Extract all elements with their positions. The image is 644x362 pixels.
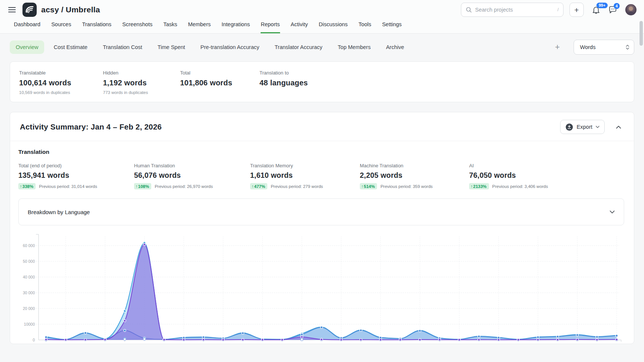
user-avatar[interactable] [625, 4, 637, 15]
tab-overview[interactable]: Overview [10, 40, 44, 54]
tab-translator-accuracy[interactable]: Translator Accuracy [269, 40, 329, 54]
data-point[interactable] [576, 338, 578, 341]
data-point[interactable] [321, 338, 323, 341]
stat-value: 1,192 words [103, 79, 180, 87]
data-point[interactable] [64, 338, 67, 341]
nav-item-tasks[interactable]: Tasks [163, 19, 177, 33]
y-axis-label: 20 000 [23, 306, 35, 311]
data-point[interactable] [360, 329, 362, 331]
activity-chart[interactable]: 01000020 00030 00040 00050 00060 0004 Ja… [10, 225, 634, 344]
nav-item-reports[interactable]: Reports [261, 19, 280, 33]
translation-metrics: Total (end of period)135,941 words↑338%P… [18, 163, 624, 189]
nav-item-sources[interactable]: Sources [51, 19, 72, 33]
data-point[interactable] [360, 338, 362, 341]
search-icon [466, 7, 472, 13]
data-point[interactable] [124, 338, 126, 340]
tab-cost-estimate[interactable]: Cost Estimate [48, 40, 93, 54]
data-point[interactable] [537, 338, 539, 341]
tab-archive[interactable]: Archive [380, 40, 410, 54]
nav-item-discussions[interactable]: Discussions [318, 19, 348, 33]
data-point[interactable] [84, 338, 86, 341]
activity-summary-title: Activity Summary: Jan 4 – Feb 2, 2026 [20, 122, 560, 131]
data-point[interactable] [616, 335, 618, 337]
unit-selector-value: Words [580, 44, 596, 50]
data-point[interactable] [576, 334, 578, 336]
data-point[interactable] [84, 332, 86, 334]
add-report-tab-button[interactable]: + [551, 43, 564, 51]
nav-item-members[interactable]: Members [188, 19, 211, 33]
data-point[interactable] [399, 338, 401, 341]
data-point[interactable] [478, 335, 480, 338]
data-point[interactable] [45, 336, 47, 338]
metric-meta: ↑108%Previous period: 26,970 words [134, 183, 250, 189]
y-axis-label: 0 [33, 338, 35, 342]
search-input[interactable] [475, 7, 554, 13]
data-point[interactable] [537, 336, 539, 338]
collapse-section-button[interactable] [616, 125, 621, 129]
previous-period-text: Previous period: 31,014 words [39, 184, 97, 189]
tab-top-members[interactable]: Top Members [332, 40, 377, 54]
data-point[interactable] [478, 338, 480, 341]
data-point[interactable] [498, 338, 500, 341]
data-point[interactable] [596, 338, 598, 341]
data-point[interactable] [379, 338, 382, 341]
data-point[interactable] [596, 336, 598, 338]
project-logo[interactable] [22, 3, 37, 17]
data-point[interactable] [183, 338, 185, 341]
data-point[interactable] [321, 326, 323, 328]
nav-item-integrations[interactable]: Integrations [221, 19, 250, 33]
vertical-scrollbar[interactable] [640, 21, 643, 46]
export-button[interactable]: Export [560, 120, 605, 134]
tab-translation-cost[interactable]: Translation Cost [97, 40, 148, 54]
data-point[interactable] [301, 336, 303, 338]
data-point[interactable] [301, 338, 303, 341]
data-point[interactable] [143, 243, 146, 246]
data-point[interactable] [45, 338, 47, 341]
data-point[interactable] [556, 338, 559, 341]
data-point[interactable] [163, 338, 165, 341]
previous-period-text: Previous period: 26,970 words [155, 184, 213, 189]
nav-item-tools[interactable]: Tools [358, 19, 372, 33]
notifications-button[interactable]: 99+ [592, 6, 600, 14]
data-point[interactable] [242, 332, 244, 334]
search-projects-box[interactable]: / [461, 3, 564, 17]
nav-item-screenshots[interactable]: Screenshots [122, 19, 153, 33]
data-point[interactable] [419, 330, 421, 332]
nav-item-settings[interactable]: Settings [382, 19, 402, 33]
messages-button[interactable]: 4 [608, 6, 617, 14]
data-point[interactable] [242, 338, 244, 341]
activity-chart-svg[interactable]: 01000020 00030 00040 00050 00060 0004 Ja… [18, 231, 623, 344]
data-point[interactable] [438, 338, 441, 341]
stat-card-translatable: Translatable100,614 words10,569 words in… [19, 70, 103, 95]
data-point[interactable] [419, 338, 421, 341]
create-project-button[interactable]: + [569, 3, 584, 17]
data-point[interactable] [517, 338, 519, 341]
data-point[interactable] [616, 338, 618, 341]
data-point[interactable] [124, 329, 126, 332]
breakdown-by-language-row[interactable]: Breakdown by Language [18, 198, 624, 225]
data-point[interactable] [202, 336, 204, 338]
nav-item-translations[interactable]: Translations [82, 19, 112, 33]
data-point[interactable] [202, 338, 204, 341]
select-arrows-icon [626, 44, 629, 50]
data-point[interactable] [458, 338, 460, 341]
data-point[interactable] [124, 320, 126, 322]
data-point[interactable] [143, 338, 146, 340]
hamburger-menu-icon[interactable] [8, 7, 16, 12]
data-point[interactable] [124, 310, 126, 312]
data-point[interactable] [104, 338, 106, 341]
data-point[interactable] [556, 335, 559, 338]
nav-item-activity[interactable]: Activity [290, 19, 308, 33]
data-point[interactable] [301, 334, 303, 336]
nav-item-dashboard[interactable]: Dashboard [13, 19, 41, 33]
stat-value: 101,806 words [180, 79, 259, 87]
data-point[interactable] [281, 338, 283, 341]
tab-time-spent[interactable]: Time Spent [152, 40, 191, 54]
tab-pre-translation-accuracy[interactable]: Pre-translation Accuracy [194, 40, 265, 54]
data-point[interactable] [261, 338, 264, 341]
change-badge: ↑514% [360, 183, 377, 189]
data-point[interactable] [340, 338, 342, 341]
data-point[interactable] [222, 338, 224, 341]
unit-selector-dropdown[interactable]: Words [574, 40, 634, 55]
change-badge: ↑2133% [469, 183, 489, 189]
